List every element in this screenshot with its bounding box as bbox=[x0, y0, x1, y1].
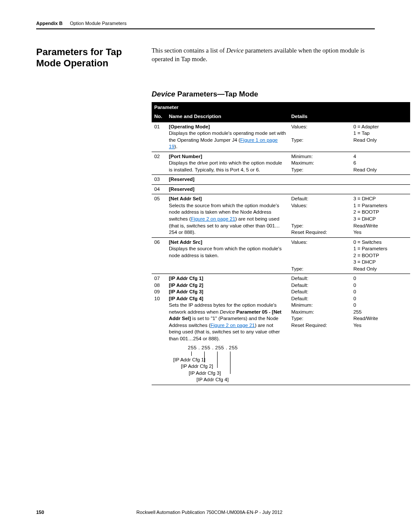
table-row: 02 [Port Number] Displays the drive port… bbox=[152, 152, 410, 175]
table-row: 05 [Net Addr Sel] Selects the source fro… bbox=[152, 194, 410, 237]
th-parameter: Parameter bbox=[152, 103, 289, 112]
running-header: Appendix B Option Module Parameters bbox=[36, 21, 375, 29]
table-row: 01 [Operating Mode] Displays the option … bbox=[152, 122, 410, 152]
table-row: 07 08 09 10 [IP Addr Cfg 1] [IP Addr Cfg… bbox=[152, 274, 410, 385]
table-row: 06 [Net Addr Src] Displays the source fr… bbox=[152, 237, 410, 274]
table-row: 03 [Reserved] bbox=[152, 175, 410, 185]
parameters-table: Parameter No. Name and Description Detai… bbox=[152, 102, 410, 385]
figure-link[interactable]: Figure 2 on page 21 bbox=[191, 216, 235, 221]
th-name: Name and Description bbox=[166, 112, 289, 122]
section-body: This section contains a list of Device p… bbox=[152, 47, 375, 69]
table-heading: Device Parameters—Tap Mode bbox=[152, 90, 375, 99]
th-no: No. bbox=[152, 112, 166, 122]
table-row: 04 [Reserved] bbox=[152, 184, 410, 194]
figure-link[interactable]: Figure 2 on page 21 bbox=[211, 323, 255, 328]
publication-id: Rockwell Automation Publication 750COM-U… bbox=[36, 510, 375, 515]
section-heading: Parameters for Tap Mode Operation bbox=[36, 47, 140, 69]
appendix-label: Appendix B bbox=[36, 21, 62, 26]
th-details: Details bbox=[289, 112, 410, 122]
chapter-title: Option Module Parameters bbox=[70, 21, 126, 26]
page-footer: 150 Rockwell Automation Publication 750C… bbox=[36, 510, 375, 515]
ip-diagram: 255 . 255 . 255 . 255 [IP Addr Cfg 1] [I… bbox=[173, 345, 286, 383]
page-number: 150 bbox=[36, 510, 44, 515]
